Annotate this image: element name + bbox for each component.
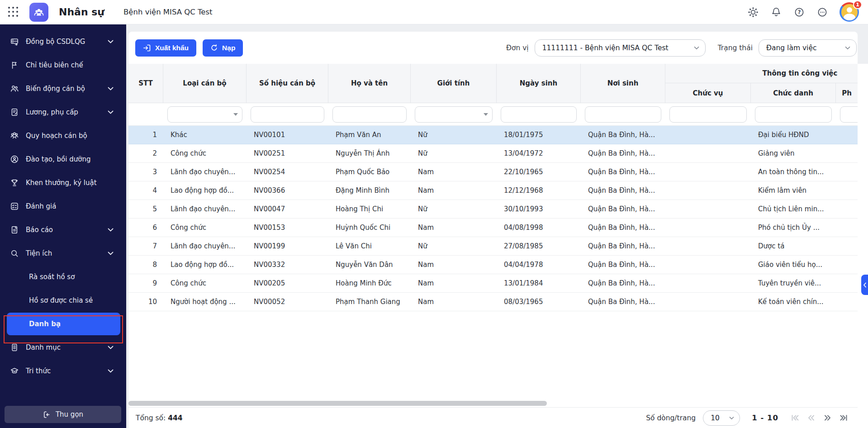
cell-ho-ten: Lê Văn Chi [328,237,411,255]
table-row[interactable]: 4 Lao động hợp đồ... NV00366 Đặng Minh B… [128,181,858,200]
sidebar-item-khen-thuong-ky-luat[interactable]: Khen thưởng, kỷ luật [0,171,126,195]
report-icon [10,225,19,234]
sidebar-item-chi-tieu-bien-che[interactable]: Chỉ tiêu biên chế [0,53,126,77]
table-row[interactable]: 8 Lao động hợp đồ... NV00332 Nguyễn Văn … [128,256,858,274]
column-header-noi-sinh[interactable]: Nơi sinh [581,64,665,103]
cell-so-hieu: NV00332 [247,256,328,274]
database-sync-icon [10,37,19,46]
filter-chuc-danh[interactable] [755,106,832,123]
cell-stt: 3 [128,163,163,181]
filter-gioi-tinh[interactable] [415,106,493,123]
cell-gioi-tinh: Nam [411,163,497,181]
sidebar-item-bao-cao[interactable]: Báo cáo [0,218,126,242]
cell-chuc-danh: Tuyên truyền viê... [751,274,836,292]
cell-phong-ban [836,293,858,311]
export-button-label: Xuất khẩu [155,44,189,52]
cell-so-hieu: NV00153 [247,219,328,237]
export-button[interactable]: Xuất khẩu [135,39,196,57]
table-row[interactable]: 6 Công chức NV00153 Huỳnh Quốc Chi Nam 0… [128,219,858,237]
column-header-gioi-tinh[interactable]: Giới tính [411,64,497,103]
filter-ho-va-ten[interactable] [332,106,407,123]
more-options-icon[interactable] [816,6,828,18]
cell-chuc-vu [665,274,751,292]
chevron-down-icon [108,369,114,373]
cell-stt: 2 [128,144,163,162]
status-select[interactable]: Đang làm việc [759,39,857,57]
export-icon [143,44,151,52]
cell-loai-can-bo: Lao động hợp đồ... [163,181,247,200]
sidebar-item-danh-gia[interactable]: Đánh giá [0,195,126,218]
column-header-so-hieu-can-bo[interactable]: Số hiệu cán bộ [247,64,328,103]
table-row[interactable]: 10 Người hoạt động ... NV00052 Phạm Than… [128,293,858,311]
sidebar-item-ho-so-duoc-chia-se[interactable]: Hồ sơ được chia sẻ [0,289,126,312]
filter-ngay-sinh[interactable] [501,106,577,123]
column-header-chuc-vu[interactable]: Chức vụ [665,83,751,103]
column-header-chuc-danh[interactable]: Chức danh [751,83,836,103]
cell-chuc-vu [665,237,751,255]
column-header-stt[interactable]: STT [128,64,163,103]
collapse-sidebar-button[interactable]: Thu gọn [5,406,121,423]
table-row[interactable]: 5 Lãnh đạo chuyên... NV00047 Hoàng Thị C… [128,200,858,219]
unit-select[interactable]: 11111111 - Bệnh viện MISA QC Test [535,39,706,57]
sidebar-item-label: Quy hoạch cán bộ [26,132,87,140]
reload-button[interactable]: Nạp [203,39,243,57]
table-row[interactable]: 7 Lãnh đạo chuyên... NV00199 Lê Văn Chi … [128,237,858,256]
sidebar-item-label: Hồ sơ được chia sẻ [29,296,93,304]
filter-loai-can-bo[interactable] [167,106,242,123]
cell-stt: 1 [128,126,163,144]
sidebar-item-ra-soat-ho-so[interactable]: Rà soát hồ sơ [0,265,126,289]
cell-ngay-sinh: 08/03/1965 [497,293,581,311]
cell-noi-sinh: Quận Ba Đình, Hà... [581,219,665,237]
table-row[interactable]: 2 Công chức NV00251 Nguyễn Thị Ánh Nữ 13… [128,144,858,163]
help-icon[interactable]: ? [793,6,805,18]
column-header-ngay-sinh[interactable]: Ngày sinh [497,64,581,103]
next-page-icon[interactable] [823,413,832,423]
sidebar-item-danh-muc[interactable]: Danh mục [0,336,126,359]
hr-app-logo[interactable] [29,3,48,22]
sidebar-item-luong-phu-cap[interactable]: Lương, phụ cấp [0,100,126,124]
cell-ngay-sinh: 22/10/1965 [497,163,581,181]
table-row[interactable]: 1 Khác NV00101 Phạm Văn An Nữ 18/01/1975… [128,126,858,144]
cell-gioi-tinh: Nữ [411,126,497,144]
sidebar-item-label: Báo cáo [26,226,53,234]
column-header-phong-ban[interactable]: Ph [836,83,858,103]
cell-chuc-danh: Kiểm lâm viên [751,181,836,200]
sidebar-item-label: Danh mục [26,343,61,352]
sidebar-item-dong-bo-csdlqg[interactable]: Đồng bộ CSDLQG [0,30,126,53]
table-row[interactable]: 9 Công chức NV00205 Hoàng Minh Đức Nam 1… [128,274,858,293]
horizontal-scrollbar[interactable] [128,401,547,406]
sidebar-item-label: Khen thưởng, kỷ luật [26,179,97,187]
sidebar-item-dao-tao-boi-duong[interactable]: Đào tạo, bồi dưỡng [0,147,126,171]
notification-bell-icon[interactable] [770,6,782,18]
filter-phong-ban[interactable] [840,106,858,123]
avatar[interactable]: 1 [840,2,859,22]
previous-page-icon[interactable] [806,413,816,423]
chevron-down-icon [108,87,114,91]
sidebar-item-bien-dong-can-bo[interactable]: Biến động cán bộ [0,77,126,100]
search-icon [10,249,19,258]
app-launcher-icon[interactable] [8,7,19,17]
sidebar-nav: Đồng bộ CSDLQG Chỉ tiêu biên chế [0,30,126,383]
first-page-icon[interactable] [790,413,800,423]
sidebar-item-quy-hoach-can-bo[interactable]: Quy hoạch cán bộ [0,124,126,147]
expand-panel-toggle[interactable] [861,275,868,295]
filter-so-hieu-can-bo[interactable] [251,106,324,123]
status-select-value: Đang làm việc [766,44,816,52]
column-header-ho-va-ten[interactable]: Họ và tên [328,64,411,103]
gear-icon[interactable] [747,6,759,18]
cell-chuc-danh: Giảng viên [751,144,836,162]
cell-ho-ten: Phạm Thanh Giang [328,293,411,311]
column-header-loai-can-bo[interactable]: Loại cán bộ [163,64,247,103]
cell-chuc-danh: An toàn thông tin... [751,163,836,181]
filter-noi-sinh[interactable] [585,106,661,123]
sidebar-item-danh-ba[interactable]: Danh bạ [7,313,120,335]
sidebar-item-tri-thuc[interactable]: Tri thức [0,359,126,383]
sidebar-item-tien-ich[interactable]: Tiện ích [0,242,126,265]
filter-chuc-vu[interactable] [669,106,747,123]
sidebar-item-label: Lương, phụ cấp [26,108,78,116]
svg-text:?: ? [798,9,801,15]
toolbar: Xuất khẩu Nạp Đơn vị 11111111 - Bệnh việ… [128,32,858,64]
table-row[interactable]: 3 Lãnh đạo chuyên... NV00254 Phạm Quốc B… [128,163,858,181]
last-page-icon[interactable] [839,413,849,423]
rows-per-page-select[interactable]: 10 [703,410,740,426]
